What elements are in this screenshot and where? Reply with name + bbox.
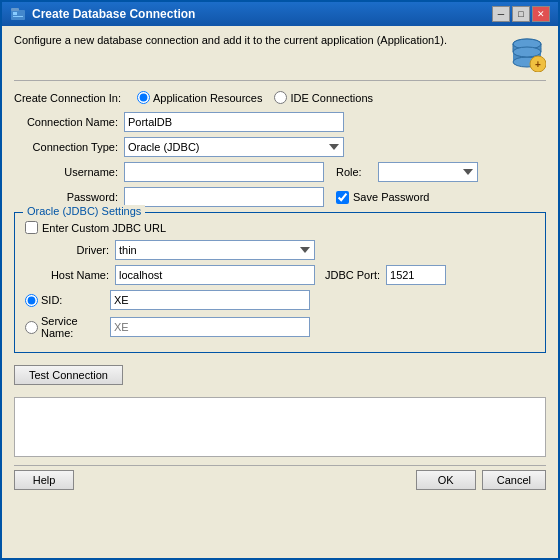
save-password-section: Save Password <box>336 191 429 204</box>
ok-button[interactable]: OK <box>416 470 476 490</box>
save-password-checkbox[interactable] <box>336 191 349 204</box>
dialog-window: Create Database Connection ─ □ ✕ Configu… <box>0 0 560 560</box>
connection-name-input[interactable] <box>124 112 344 132</box>
create-connection-row: Create Connection In: Application Resour… <box>14 91 546 104</box>
jdbc-port-label: JDBC Port: <box>325 269 380 281</box>
role-select[interactable]: SYSDBA SYSOPER <box>378 162 478 182</box>
sid-label: SID: <box>41 294 62 306</box>
role-section: Role: SYSDBA SYSOPER <box>336 162 478 182</box>
svg-rect-3 <box>11 8 19 11</box>
description-text: Configure a new database connection and … <box>14 34 508 46</box>
connection-type-label: Connection Type: <box>14 141 124 153</box>
hostname-input[interactable] <box>115 265 315 285</box>
driver-row: Driver: thin thick oci <box>25 240 535 260</box>
radio-app-resources-input[interactable] <box>137 91 150 104</box>
sid-input[interactable] <box>110 290 310 310</box>
sid-radio-option[interactable]: SID: <box>25 294 110 307</box>
oracle-settings-group: Oracle (JDBC) Settings Enter Custom JDBC… <box>14 212 546 353</box>
dialog-title: Create Database Connection <box>32 7 486 21</box>
radio-ide-connections-input[interactable] <box>274 91 287 104</box>
description-row: Configure a new database connection and … <box>14 34 546 81</box>
svg-rect-2 <box>13 16 23 17</box>
dialog-content: Configure a new database connection and … <box>2 26 558 558</box>
button-row: Help OK Cancel <box>14 465 546 494</box>
output-area <box>14 397 546 457</box>
create-connection-label: Create Connection In: <box>14 92 121 104</box>
svg-text:+: + <box>535 59 541 70</box>
password-label: Password: <box>14 191 124 203</box>
save-password-label: Save Password <box>353 191 429 203</box>
test-connection-button[interactable]: Test Connection <box>14 365 123 385</box>
cancel-button[interactable]: Cancel <box>482 470 546 490</box>
radio-ide-connections-label: IDE Connections <box>290 92 373 104</box>
role-label: Role: <box>336 166 372 178</box>
window-controls: ─ □ ✕ <box>492 6 550 22</box>
password-input[interactable] <box>124 187 324 207</box>
username-input[interactable] <box>124 162 324 182</box>
oracle-settings-label: Oracle (JDBC) Settings <box>23 205 145 217</box>
close-button[interactable]: ✕ <box>532 6 550 22</box>
help-button[interactable]: Help <box>14 470 74 490</box>
service-name-row: Service Name: <box>25 315 535 339</box>
sid-radio[interactable] <box>25 294 38 307</box>
service-name-label: Service Name: <box>41 315 110 339</box>
title-icon <box>10 6 26 22</box>
title-bar: Create Database Connection ─ □ ✕ <box>2 2 558 26</box>
sid-row: SID: <box>25 290 535 310</box>
jdbc-port-input[interactable] <box>386 265 446 285</box>
custom-jdbc-checkbox[interactable] <box>25 221 38 234</box>
username-label: Username: <box>14 166 124 178</box>
radio-app-resources-label: Application Resources <box>153 92 262 104</box>
right-buttons: OK Cancel <box>416 470 546 490</box>
service-name-input[interactable] <box>110 317 310 337</box>
service-name-radio-option[interactable]: Service Name: <box>25 315 110 339</box>
svg-point-8 <box>513 47 541 57</box>
password-row: Password: Save Password <box>14 187 546 207</box>
svg-rect-1 <box>13 12 17 15</box>
custom-jdbc-label: Enter Custom JDBC URL <box>42 222 166 234</box>
minimize-button[interactable]: ─ <box>492 6 510 22</box>
radio-ide-connections[interactable]: IDE Connections <box>274 91 373 104</box>
maximize-button[interactable]: □ <box>512 6 530 22</box>
connection-name-row: Connection Name: <box>14 112 546 132</box>
hostname-label: Host Name: <box>25 269 115 281</box>
username-row: Username: Role: SYSDBA SYSOPER <box>14 162 546 182</box>
driver-select[interactable]: thin thick oci <box>115 240 315 260</box>
connection-name-label: Connection Name: <box>14 116 124 128</box>
driver-label: Driver: <box>25 244 115 256</box>
hostname-row: Host Name: JDBC Port: <box>25 265 535 285</box>
test-connection-area: Test Connection <box>14 361 546 391</box>
connection-type-row: Connection Type: Oracle (JDBC) Oracle (O… <box>14 137 546 157</box>
radio-app-resources[interactable]: Application Resources <box>137 91 262 104</box>
database-icon: + <box>508 34 546 72</box>
save-password-checkbox-row[interactable]: Save Password <box>336 191 429 204</box>
custom-jdbc-row[interactable]: Enter Custom JDBC URL <box>25 221 535 234</box>
service-name-radio[interactable] <box>25 321 38 334</box>
connection-type-select[interactable]: Oracle (JDBC) Oracle (OCI) MySQL Postgre… <box>124 137 344 157</box>
